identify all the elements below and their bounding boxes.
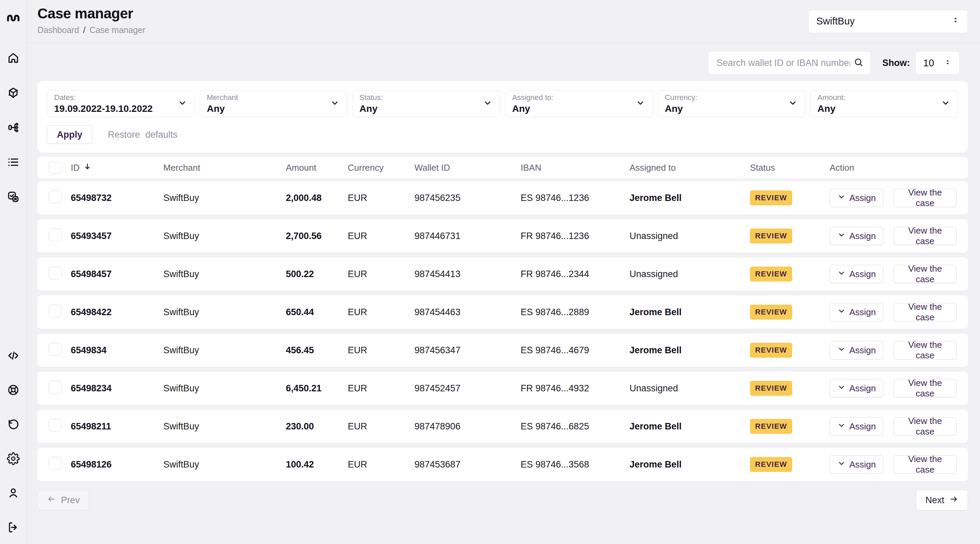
assign-button[interactable]: Assign (830, 417, 883, 436)
filter-select-status[interactable]: Status:Any (352, 90, 500, 117)
next-page-button[interactable]: Next (916, 490, 968, 510)
cell-id: 65498126 (71, 459, 163, 470)
view-case-button[interactable]: View the case (894, 189, 956, 207)
filter-value: Any (817, 103, 845, 114)
column-header-label: Amount (286, 163, 317, 173)
workspace-select[interactable]: SwiftBuy (808, 10, 968, 33)
filter-select-currency[interactable]: Currency:Any (658, 90, 806, 117)
sidebar-nav-top (6, 51, 21, 204)
column-header-label: IBAN (520, 163, 541, 173)
cell-status: REVIEW (750, 457, 830, 472)
column-header-id[interactable]: ID (71, 162, 163, 173)
cell-status: REVIEW (750, 343, 830, 358)
chevron-down-icon (837, 459, 850, 470)
assign-button-label: Assign (850, 421, 876, 432)
workflow-icon[interactable] (6, 121, 21, 135)
filter-value: 19.09.2022-19.10.2022 (54, 103, 153, 114)
filter-select-merchant[interactable]: MerchantAny (200, 90, 348, 117)
breadcrumb-separator: / (83, 25, 86, 35)
column-header-iban: IBAN (520, 163, 630, 173)
assign-button[interactable]: Assign (830, 341, 883, 359)
column-header-action: Action (830, 163, 956, 173)
column-header-currency: Currency (348, 163, 414, 173)
view-case-button[interactable]: View the case (894, 227, 956, 245)
row-checkbox-cell (49, 419, 71, 434)
cube-icon[interactable] (6, 86, 21, 100)
cell-amount: 650.44 (286, 307, 348, 317)
cell-status: REVIEW (750, 190, 830, 205)
cell-iban: FR 98746...4932 (520, 383, 630, 394)
list-icon[interactable] (6, 155, 21, 169)
assign-button[interactable]: Assign (830, 227, 883, 245)
search-input[interactable] (717, 58, 850, 68)
logout-icon[interactable] (6, 520, 21, 534)
cell-status: REVIEW (750, 228, 830, 243)
filter-select-dates[interactable]: Dates:19.09.2022-19.10.2022 (47, 90, 195, 117)
search-icon[interactable] (853, 57, 864, 69)
filter-select-amount[interactable]: Amount:Any (810, 90, 958, 117)
home-icon[interactable] (6, 51, 21, 65)
chevron-down-icon (837, 269, 850, 280)
cell-iban: ES 98746...1236 (520, 193, 630, 203)
settings-icon[interactable] (6, 452, 21, 466)
pagination: Prev Next (37, 490, 968, 510)
cell-assigned-to: Jerome Bell (630, 421, 750, 432)
assign-button-label: Assign (850, 345, 876, 356)
view-case-button[interactable]: View the case (894, 303, 956, 321)
filter-value: Any (665, 103, 697, 114)
assign-button[interactable]: Assign (830, 379, 883, 398)
chevron-down-icon (837, 192, 850, 204)
row-checkbox[interactable] (49, 266, 62, 279)
row-checkbox[interactable] (49, 457, 62, 470)
profile-icon[interactable] (6, 486, 21, 500)
table-row: 65498457SwiftBuy500.22EUR987454413FR 987… (37, 257, 968, 291)
assign-button[interactable]: Assign (830, 455, 883, 474)
filter-select-assigned-to[interactable]: Assigned to:Any (505, 90, 653, 117)
status-badge: REVIEW (750, 419, 792, 434)
case-review-icon[interactable] (6, 190, 21, 204)
assign-button[interactable]: Assign (830, 189, 883, 207)
assign-button[interactable]: Assign (830, 265, 883, 283)
header-checkbox-cell (49, 161, 71, 174)
view-case-button[interactable]: View the case (894, 341, 956, 359)
row-checkbox-cell (49, 305, 71, 320)
table-row: 65498422SwiftBuy650.44EUR987454463ES 987… (37, 295, 968, 329)
row-checkbox[interactable] (49, 419, 62, 432)
view-case-button[interactable]: View the case (894, 455, 956, 474)
row-checkbox[interactable] (49, 228, 62, 241)
cell-merchant: SwiftBuy (163, 193, 286, 203)
view-case-button[interactable]: View the case (894, 417, 956, 436)
prev-page-button[interactable]: Prev (37, 490, 89, 510)
search-field[interactable] (708, 51, 871, 75)
row-checkbox[interactable] (49, 381, 62, 394)
assign-button-label: Assign (850, 307, 876, 317)
assign-button[interactable]: Assign (830, 303, 883, 321)
row-checkbox[interactable] (49, 343, 62, 356)
select-all-checkbox[interactable] (49, 161, 62, 174)
column-header-label: Merchant (163, 163, 200, 173)
chevron-down-icon (483, 98, 492, 109)
assign-button-label: Assign (850, 459, 876, 470)
view-case-button[interactable]: View the case (894, 265, 956, 283)
cell-iban: ES 98746...3568 (520, 459, 630, 470)
sort-descending-icon[interactable] (83, 162, 92, 173)
cell-id: 65493457 (71, 231, 163, 241)
row-checkbox[interactable] (49, 305, 62, 317)
view-case-button[interactable]: View the case (894, 379, 956, 398)
prev-page-label: Prev (61, 495, 80, 506)
show-select[interactable]: 10 (915, 51, 959, 75)
row-checkbox[interactable] (49, 190, 62, 203)
chevron-down-icon (636, 98, 645, 109)
sidebar-nav-bottom (6, 349, 21, 534)
history-icon[interactable] (6, 417, 21, 431)
chevron-down-icon (837, 230, 850, 242)
cell-actions: AssignView the case (830, 303, 956, 321)
code-icon[interactable] (6, 349, 21, 363)
restore-defaults-link[interactable]: Restore defaults (108, 130, 178, 140)
breadcrumb-dashboard[interactable]: Dashboard (37, 25, 79, 35)
status-badge: REVIEW (750, 190, 792, 205)
cell-id: 65498457 (71, 269, 163, 279)
support-icon[interactable] (6, 383, 21, 397)
apply-button[interactable]: Apply (47, 125, 92, 144)
chevron-down-icon (330, 98, 340, 109)
